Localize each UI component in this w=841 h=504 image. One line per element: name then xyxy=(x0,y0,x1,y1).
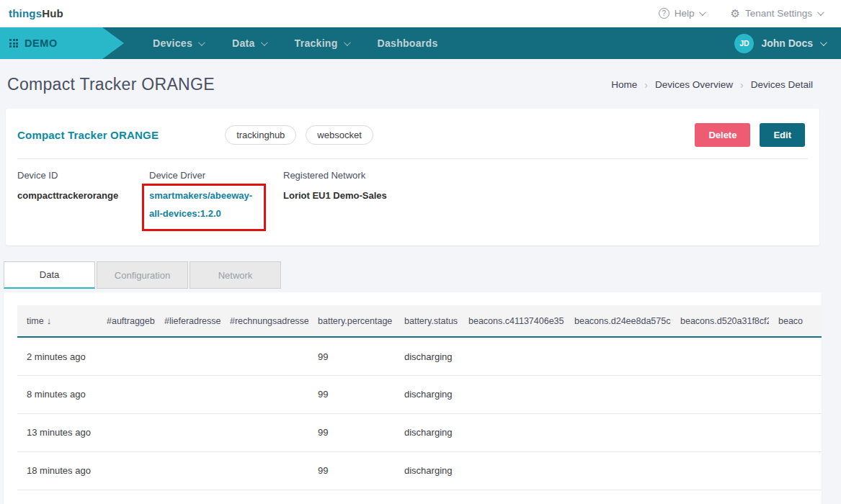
table-cell: 99 xyxy=(308,375,395,413)
device-field-value-wrap: compacttrackerorange xyxy=(17,187,118,205)
column-header[interactable]: #rechnungsadresse xyxy=(221,305,308,337)
nav-item-label: Devices xyxy=(153,37,192,49)
device-field-value: compacttrackerorange xyxy=(17,190,118,201)
table-cell xyxy=(565,451,671,490)
device-fields: Device ID compacttrackerorange Device Dr… xyxy=(6,159,819,246)
logo-suffix: Hub xyxy=(42,7,63,19)
table-cell xyxy=(155,337,221,375)
tenant-settings-menu[interactable]: ⚙ Tenant Settings xyxy=(730,8,822,19)
table-cell xyxy=(221,451,308,490)
table-cell: 2 minutes ago xyxy=(17,337,97,375)
user-menu[interactable]: JD John Docs xyxy=(734,34,825,53)
nav-item[interactable]: Tracking xyxy=(295,37,349,49)
table-cell xyxy=(155,490,221,504)
avatar: JD xyxy=(734,34,754,53)
nav-item-label: Data xyxy=(232,37,255,49)
page-title: Compact Tracker ORANGE xyxy=(7,75,215,94)
table-row[interactable]: 2 minutes ago99discharging xyxy=(17,337,822,375)
table-cell xyxy=(97,490,155,504)
column-header[interactable]: beacons.c41137406e35 xyxy=(459,305,565,337)
device-tag[interactable]: trackinghub xyxy=(225,125,296,145)
tab[interactable]: Configuration xyxy=(97,261,188,289)
device-card: Compact Tracker ORANGE trackinghub webso… xyxy=(6,109,819,246)
tab[interactable]: Data xyxy=(4,261,95,289)
device-tag[interactable]: websocket xyxy=(306,125,373,145)
tab[interactable]: Network xyxy=(190,261,281,289)
help-icon: ? xyxy=(659,8,669,19)
sort-desc-icon: ↓ xyxy=(47,315,52,326)
table-cell xyxy=(97,413,155,451)
table-cell: 13 minutes ago xyxy=(17,413,97,451)
table-cell xyxy=(671,337,769,375)
table-cell xyxy=(221,490,308,504)
column-header[interactable]: battery.percentage xyxy=(308,305,395,337)
device-field-value-wrap: Loriot EU1 Demo-Sales xyxy=(283,187,387,205)
device-card-title: Compact Tracker ORANGE xyxy=(17,129,159,141)
nav-item-label: Tracking xyxy=(295,37,338,49)
nav-item[interactable]: Devices xyxy=(153,37,203,49)
breadcrumb-item[interactable]: Home xyxy=(611,79,637,90)
breadcrumb: Home › Devices Overview › Devices Detail xyxy=(611,79,813,91)
table-row[interactable]: 24 minutes ago99discharging xyxy=(17,490,822,504)
table-cell xyxy=(459,451,565,490)
table-cell xyxy=(459,375,565,413)
table-cell: discharging xyxy=(395,490,459,504)
column-header[interactable]: time↓ xyxy=(17,305,97,337)
table-cell xyxy=(565,413,671,451)
tenant-settings-label: Tenant Settings xyxy=(745,8,812,19)
nav-item[interactable]: Data xyxy=(232,37,266,49)
chevron-down-icon xyxy=(261,39,268,46)
nav-item[interactable]: Dashboards xyxy=(378,37,438,49)
breadcrumb-separator: › xyxy=(644,79,648,91)
device-tags: trackinghub websocket xyxy=(225,125,373,145)
table-cell xyxy=(97,375,155,413)
column-header[interactable]: beacons.d520a31f8cf2 xyxy=(671,305,769,337)
gear-icon: ⚙ xyxy=(730,8,739,19)
help-menu[interactable]: ? Help xyxy=(659,8,705,19)
table-cell: 8 minutes ago xyxy=(17,375,97,413)
chevron-down-icon xyxy=(699,9,706,16)
device-field: Registered Network Loriot EU1 Demo-Sales xyxy=(283,170,387,231)
logo-prefix: things xyxy=(9,7,42,19)
table-cell xyxy=(769,413,822,451)
table-cell xyxy=(221,413,308,451)
app-logo[interactable]: thingsHub xyxy=(9,7,63,19)
table-cell xyxy=(671,451,769,490)
column-header[interactable]: #auftraggeber xyxy=(97,305,155,337)
edit-button[interactable]: Edit xyxy=(760,123,805,147)
tenant-name: DEMO xyxy=(25,37,58,49)
table-cell xyxy=(459,413,565,451)
device-field-label: Registered Network xyxy=(283,170,387,181)
chevron-down-icon xyxy=(198,39,205,46)
table-row[interactable]: 8 minutes ago99discharging xyxy=(17,375,822,413)
tenant-switcher[interactable]: DEMO xyxy=(0,27,124,59)
column-header[interactable]: beaco xyxy=(769,305,822,337)
table-row[interactable]: 13 minutes ago99discharging xyxy=(17,413,822,451)
table-cell: discharging xyxy=(395,451,459,490)
device-field-value: smartmakers/abeeway-all-devices:1.2.0 xyxy=(149,190,252,219)
delete-button[interactable]: Delete xyxy=(695,123,750,147)
table-cell xyxy=(565,337,671,375)
user-name: John Docs xyxy=(761,37,813,49)
device-card-header: Compact Tracker ORANGE trackinghub webso… xyxy=(6,109,819,158)
table-cell: discharging xyxy=(395,337,459,375)
page-header: Compact Tracker ORANGE Home › Devices Ov… xyxy=(0,59,841,109)
table-cell xyxy=(97,451,155,490)
breadcrumb-item[interactable]: Devices Overview xyxy=(655,79,733,90)
table-cell xyxy=(671,413,769,451)
nav-links: Devices Data Tracking Dashboards xyxy=(153,37,437,49)
breadcrumb-item[interactable]: Devices Detail xyxy=(751,79,813,90)
table-cell: 24 minutes ago xyxy=(17,490,97,504)
table-cell: discharging xyxy=(395,413,459,451)
table-cell: 99 xyxy=(308,337,395,375)
device-field-label: Device Driver xyxy=(149,170,283,181)
column-header[interactable]: #lieferadresse xyxy=(155,305,221,337)
table-cell: discharging xyxy=(395,375,459,413)
table-header-row: time↓#auftraggeber#lieferadresse#rechnun… xyxy=(17,305,822,337)
table-cell xyxy=(769,375,822,413)
table-cell xyxy=(769,337,822,375)
column-header[interactable]: battery.status xyxy=(395,305,459,337)
table-cell: 99 xyxy=(308,490,395,504)
table-row[interactable]: 18 minutes ago99discharging xyxy=(17,451,822,490)
column-header[interactable]: beacons.d24ee8da575c xyxy=(565,305,671,337)
